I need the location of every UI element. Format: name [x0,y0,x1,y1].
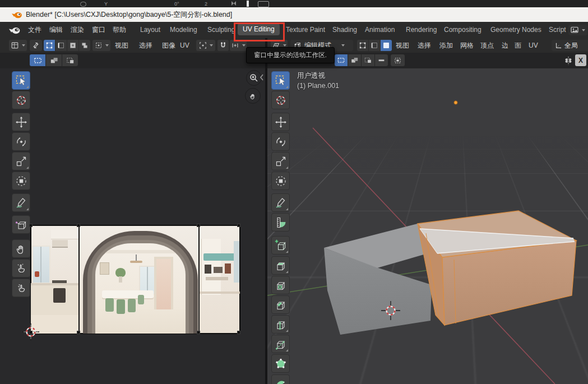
v3d-select-extend-mode[interactable] [348,54,361,66]
transform-orientation-dropdown[interactable]: 全局 [552,40,588,51]
uv-select-mode-face[interactable] [67,40,78,51]
v3d-rotate-tool-button[interactable] [271,132,290,151]
uv-pivot-dropdown[interactable] [196,40,215,51]
v3d-measure-tool-button[interactable] [271,213,290,232]
v3d-menu-select[interactable]: 选择 [415,38,434,53]
uv-select-subtract-mode[interactable] [62,54,78,66]
uv-menu-image[interactable]: 图像 [159,38,178,53]
v3d-inset-tool-button[interactable] [271,276,290,294]
v3d-poly-build-tool-button[interactable] [271,354,290,373]
v3d-extrude-tool-button[interactable] [271,256,290,275]
tab-rendering[interactable]: Rendering [404,22,439,38]
uv-select-mode-edge[interactable] [55,40,67,51]
uv-vertex[interactable] [197,331,200,334]
pano-arch [83,231,198,334]
scene-selector[interactable] [568,25,587,35]
scene-icon [571,26,579,34]
menu-file[interactable]: 文件 [26,22,44,38]
uv-sticky-selection-dropdown[interactable] [92,40,110,51]
v3d-loop-cut-tool-button[interactable] [271,315,290,334]
uv-pan-button[interactable] [245,88,261,104]
uv-tweak-tool-button[interactable] [12,71,30,90]
tab-modeling[interactable]: Modeling [168,22,200,38]
uv-menu-view[interactable]: 视图 [112,38,131,53]
tab-sculpting[interactable]: Sculpting [205,22,237,38]
uv-grab-tool-button[interactable] [12,239,30,258]
region-collapse-chevron-icon[interactable] [260,73,264,81]
pano-detail [205,265,211,274]
editor-splitter[interactable] [265,38,267,384]
v3d-add-cube-tool-button[interactable] [271,236,290,255]
tab-animation[interactable]: Animation [363,22,397,38]
uv-sync-selection-toggle[interactable] [30,40,42,51]
v3d-select-mode-edge[interactable] [369,40,380,51]
tab-texture-paint[interactable]: Texture Paint [284,22,327,38]
uv-annotate-tool-button[interactable] [12,193,30,212]
menu-edit[interactable]: 编辑 [47,22,65,38]
uv-select-set-mode[interactable] [30,54,45,66]
uv-select-mode-vertex[interactable] [44,40,55,51]
v3d-select-through-toggle[interactable] [391,54,405,66]
v3d-menu-mesh[interactable]: 网格 [457,38,476,53]
uv-snap-toggle[interactable] [217,40,229,51]
v3d-select-mode-face[interactable] [381,40,392,51]
uv-editor-type-dropdown[interactable] [9,40,27,51]
v3d-knife-tool-button[interactable] [271,335,290,353]
selected-cube-object[interactable] [418,211,576,325]
uv-vertex[interactable] [29,224,33,227]
uv-vertex[interactable] [197,224,200,227]
tab-script[interactable]: Script [547,22,568,38]
uv-pinch-tool-button[interactable] [12,279,30,297]
v3d-move-tool-button[interactable] [271,113,290,131]
v3d-menu-add[interactable]: 添加 [437,38,456,53]
menu-window[interactable]: 窗口 [90,22,108,38]
v3d-menu-uv[interactable]: UV [526,38,541,53]
v3d-bevel-tool-button[interactable] [271,295,290,314]
v3d-select-subtract-mode[interactable] [362,54,374,66]
uv-rip-region-tool-button[interactable] [12,215,30,234]
blender-logo-icon[interactable] [8,26,21,35]
v3d-select-set-mode[interactable] [335,54,348,66]
uv-vertex[interactable] [237,224,240,227]
uv-move-tool-button[interactable] [12,113,30,131]
v3d-spin-tool-button[interactable] [271,374,290,384]
v3d-menu-edge[interactable]: 边 [499,38,511,53]
uv-edge-line[interactable] [198,225,200,334]
tab-geometry-nodes[interactable]: Geometry Nodes [488,22,544,38]
v3d-annotate-tool-button[interactable] [271,193,290,212]
uv-vertex[interactable] [77,224,80,227]
v3d-tweak-tool-button[interactable] [271,71,290,90]
viewport-3d[interactable]: 用户透视 (1) Plane.001 [267,68,588,384]
uv-rotate-tool-button[interactable] [12,132,30,151]
v3d-scale-tool-button[interactable] [271,152,290,170]
v3d-cursor-tool-button[interactable] [271,91,290,109]
v3d-select-intersect-mode[interactable] [375,54,388,66]
uv-edge-line[interactable] [78,225,80,334]
uv-vertex[interactable] [77,331,80,334]
uv-vertex[interactable] [237,331,240,334]
uv-menu-select[interactable]: 选择 [136,38,155,53]
uv-editor[interactable] [0,68,265,384]
v3d-menu-face[interactable]: 面 [512,38,524,53]
uv-menu-uv[interactable]: UV [177,38,192,53]
uv-scale-tool-button[interactable] [12,152,30,170]
tab-layout[interactable]: Layout [138,22,163,38]
menu-render[interactable]: 渲染 [68,22,86,38]
uv-snap-target-dropdown[interactable] [230,40,247,51]
uv-image-panorama[interactable] [31,225,240,334]
uv-relax-tool-button[interactable] [12,259,30,277]
uv-cursor-tool-button[interactable] [12,91,30,109]
v3d-menu-vertex[interactable]: 顶点 [478,38,497,53]
mirror-x-toggle[interactable]: X [575,54,586,66]
uv-select-extend-mode[interactable] [46,54,62,66]
v3d-menu-view[interactable]: 视图 [393,38,412,53]
v3d-select-mode-vertex[interactable] [357,40,368,51]
tab-compositing[interactable]: Compositing [442,22,484,38]
tab-shading[interactable]: Shading [330,22,359,38]
uv-select-mode-island[interactable] [79,40,90,51]
blender-logo-icon [11,11,22,19]
uv-transform-tool-button[interactable] [12,172,30,190]
pano-detail [40,247,41,283]
menu-help[interactable]: 帮助 [110,22,128,38]
v3d-transform-tool-button[interactable] [271,172,290,190]
